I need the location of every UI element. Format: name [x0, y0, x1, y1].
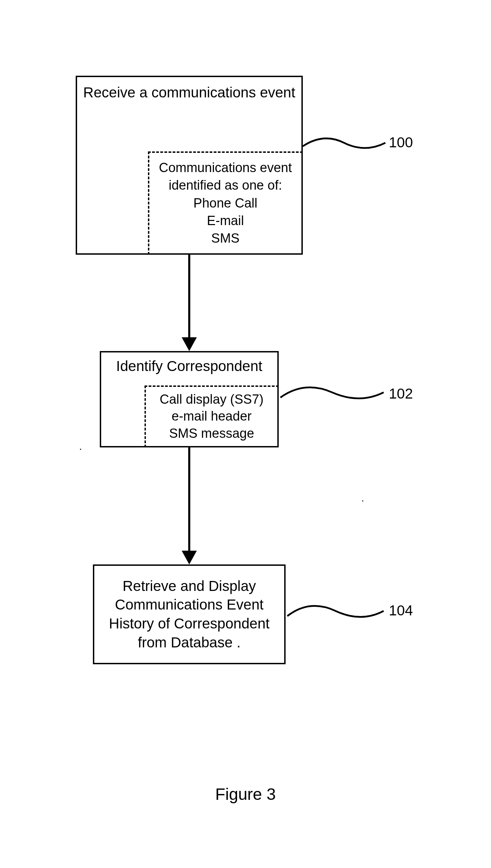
connector-102 [280, 382, 387, 406]
step-2-title: Identify Correspondent [101, 352, 277, 374]
step-receive-event-box: Receive a communications event Communica… [76, 76, 303, 255]
step-1-detail-title: Communications event identified as one o… [149, 159, 301, 194]
stray-dot: . [361, 492, 364, 504]
arrow-head-icon [182, 551, 197, 564]
step-3-text: Retrieve and Display Communications Even… [94, 577, 284, 652]
ref-label-100: 100 [389, 134, 413, 151]
step-retrieve-display-box: Retrieve and Display Communications Even… [93, 564, 286, 664]
step-identify-correspondent-box: Identify Correspondent Call display (SS7… [100, 351, 279, 447]
step-2-detail-items: Call display (SS7) e-mail header SMS mes… [146, 391, 277, 442]
arrow-1-to-2 [76, 255, 303, 351]
flowchart-diagram: Receive a communications event Communica… [69, 76, 413, 664]
step-1-detail-box: Communications event identified as one o… [148, 151, 303, 255]
step-2-detail-box: Call display (SS7) e-mail header SMS mes… [145, 385, 279, 447]
step-1-detail-items: Phone Call E-mail SMS [149, 194, 301, 247]
arrow-2-to-3 [76, 447, 303, 564]
arrow-line-icon [188, 447, 190, 554]
connector-104 [287, 601, 387, 625]
stray-dot: . [79, 441, 82, 452]
arrow-head-icon [182, 337, 197, 351]
connector-100 [303, 136, 389, 157]
arrow-line-icon [188, 255, 190, 341]
ref-label-104: 104 [389, 602, 413, 619]
step-1-title: Receive a communications event [77, 77, 301, 101]
ref-label-102: 102 [389, 385, 413, 402]
figure-caption: Figure 3 [215, 785, 276, 804]
